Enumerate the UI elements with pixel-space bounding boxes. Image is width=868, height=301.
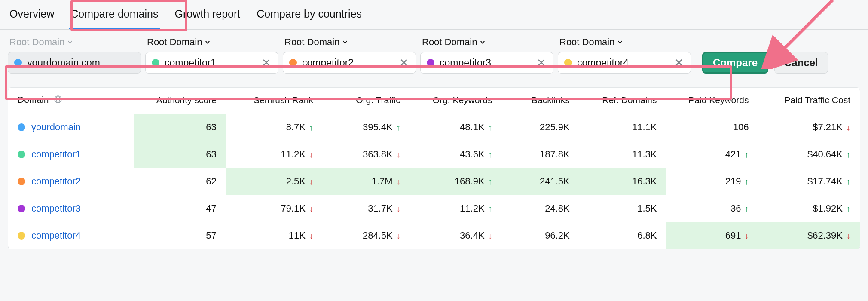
metric-cell: 36.4K↓ — [410, 222, 502, 249]
compare-button[interactable]: Compare — [702, 52, 768, 74]
domain-link[interactable]: competitor1 — [31, 149, 81, 160]
trend-down-icon: ↓ — [309, 177, 313, 187]
comparison-table: Domain Authority score Semrush Rank Org.… — [8, 87, 860, 249]
metric-cell: $62.39K↓ — [758, 222, 860, 249]
col-authority[interactable]: Authority score — [134, 88, 226, 114]
metric-cell: 241.5K — [502, 168, 579, 195]
color-dot-icon — [564, 59, 572, 67]
metric-value: 1.7M — [372, 176, 393, 187]
table-row: competitor16311.2K↓363.8K↓43.6K↑187.8K11… — [8, 141, 860, 168]
domain-chip-competitor-3[interactable]: competitor3 ✕ — [420, 52, 553, 74]
metric-value: $62.39K — [807, 230, 843, 241]
color-dot-icon — [18, 232, 25, 240]
metric-value: 11.1K — [632, 122, 657, 132]
table-row: competitor34779.1K↓31.7K↓11.2K↑24.8K1.5K… — [8, 195, 860, 222]
col-org-keywords[interactable]: Org. Keywords — [410, 88, 502, 114]
metric-value: 63 — [206, 122, 216, 132]
col-paid-keywords[interactable]: Paid Keywords — [666, 88, 758, 114]
color-dot-icon — [18, 205, 25, 212]
trend-down-icon: ↓ — [396, 204, 400, 214]
tab-growth-report[interactable]: Growth report — [173, 3, 242, 29]
domain-link[interactable]: competitor4 — [31, 230, 81, 241]
metric-value: 36.4K — [460, 230, 485, 241]
trend-up-icon: ↑ — [488, 204, 492, 214]
trend-down-icon: ↓ — [488, 231, 492, 241]
root-domain-dropdown-3[interactable]: Root Domain — [420, 37, 553, 48]
metric-cell: 225.9K — [502, 114, 579, 141]
color-dot-icon — [14, 59, 22, 67]
tab-compare-domains[interactable]: Compare domains — [69, 3, 160, 29]
color-dot-icon — [152, 59, 159, 67]
metric-cell: 11.2K↑ — [410, 195, 502, 222]
trend-up-icon: ↑ — [396, 123, 400, 132]
remove-chip-icon[interactable]: ✕ — [398, 57, 410, 68]
domain-selectors: Root Domain yourdomain.com Root Domain c… — [0, 30, 868, 74]
remove-chip-icon[interactable]: ✕ — [536, 57, 547, 68]
col-backlinks[interactable]: Backlinks — [502, 88, 579, 114]
tab-overview[interactable]: Overview — [8, 3, 56, 29]
domain-link[interactable]: competitor2 — [31, 176, 81, 187]
chevron-down-icon — [617, 39, 623, 45]
domain-chip-competitor-1[interactable]: competitor1 ✕ — [145, 52, 278, 74]
metric-cell: 63 — [134, 114, 226, 141]
metric-value: 219 — [725, 176, 741, 187]
metric-value: 8.7K — [286, 122, 306, 132]
metric-cell: 219↑ — [666, 168, 758, 195]
trend-up-icon: ↑ — [744, 150, 749, 160]
metric-value: 6.8K — [637, 230, 657, 241]
metric-cell: 1.7M↓ — [323, 168, 410, 195]
domain-chip-competitor-4[interactable]: competitor4 ✕ — [558, 52, 691, 74]
root-domain-dropdown-4[interactable]: Root Domain — [558, 37, 691, 48]
chip-text: yourdomain.com — [27, 57, 134, 69]
root-domain-dropdown-1[interactable]: Root Domain — [145, 37, 278, 48]
metric-value: 11.3K — [632, 149, 657, 160]
table-header-row: Domain Authority score Semrush Rank Org.… — [8, 88, 860, 114]
trend-down-icon: ↓ — [396, 150, 400, 160]
metric-value: 691 — [725, 230, 741, 241]
domain-link[interactable]: yourdomain — [31, 122, 81, 133]
metric-cell: 79.1K↓ — [226, 195, 323, 222]
header-label: Domain — [18, 95, 49, 104]
metric-value: $40.64K — [807, 149, 843, 160]
chevron-down-icon — [480, 39, 486, 45]
domain-link[interactable]: competitor3 — [31, 203, 81, 214]
col-ref-domains[interactable]: Ref. Domains — [579, 88, 666, 114]
metric-value: 284.5K — [363, 230, 393, 241]
metric-value: 2.5K — [286, 176, 306, 187]
domain-chip-competitor-2[interactable]: competitor2 ✕ — [283, 52, 416, 74]
metric-value: 395.4K — [363, 122, 393, 132]
chevron-down-icon — [67, 39, 73, 45]
metric-cell: $1.92K↑ — [758, 195, 860, 222]
metric-value: 48.1K — [460, 122, 485, 132]
metric-value: $1.92K — [813, 203, 843, 214]
color-dot-icon — [18, 150, 25, 158]
col-org-traffic[interactable]: Org. Traffic — [323, 88, 410, 114]
root-domain-dropdown-2[interactable]: Root Domain — [283, 37, 416, 48]
trend-down-icon: ↓ — [846, 123, 850, 132]
cancel-button[interactable]: Cancel — [774, 52, 828, 74]
metric-value: $7.21K — [813, 122, 843, 132]
table-row: yourdomain638.7K↑395.4K↑48.1K↑225.9K11.1… — [8, 114, 860, 141]
remove-chip-icon[interactable]: ✕ — [673, 57, 685, 68]
col-paid-cost[interactable]: Paid Traffic Cost — [758, 88, 860, 114]
metric-value: 168.9K — [455, 176, 485, 187]
domain-chip-own[interactable]: yourdomain.com — [8, 52, 141, 74]
root-domain-label: Root Domain — [147, 37, 202, 48]
chip-text: competitor2 — [302, 57, 393, 69]
chip-text: competitor1 — [165, 57, 256, 69]
metric-cell: $7.21K↓ — [758, 114, 860, 141]
tab-compare-countries[interactable]: Compare by countries — [255, 3, 364, 29]
metric-cell: 363.8K↓ — [323, 141, 410, 168]
col-domain[interactable]: Domain — [8, 88, 134, 114]
root-domain-dropdown-0[interactable]: Root Domain — [8, 37, 141, 48]
metric-cell: 96.2K — [502, 222, 579, 249]
metric-value: 16.3K — [632, 176, 657, 187]
metric-cell: 57 — [134, 222, 226, 249]
metric-value: $17.74K — [807, 176, 843, 187]
col-rank[interactable]: Semrush Rank — [226, 88, 323, 114]
remove-chip-icon[interactable]: ✕ — [261, 57, 272, 68]
metric-value: 1.5K — [637, 203, 657, 214]
metric-value: 225.9K — [540, 122, 570, 132]
color-dot-icon — [289, 59, 297, 67]
domain-cell: competitor3 — [8, 195, 134, 222]
